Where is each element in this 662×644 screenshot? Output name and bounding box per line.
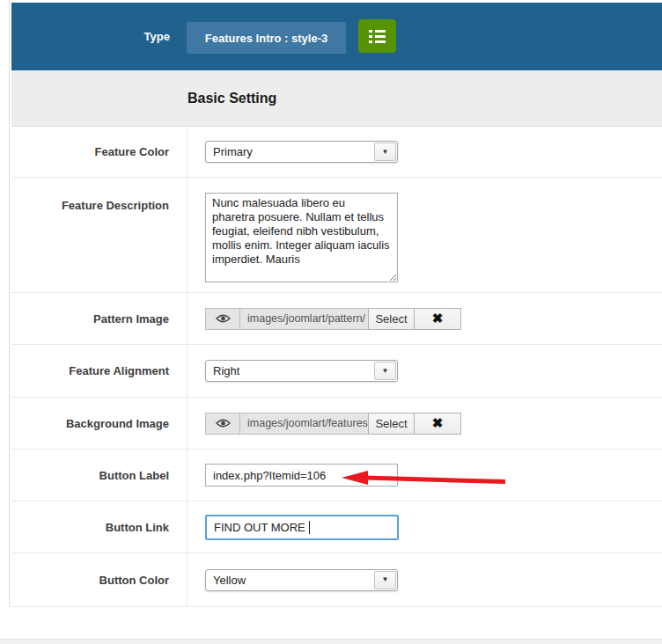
button-color-control-cell: Yellow ▼ (188, 553, 662, 606)
feature-color-label: Feature Color (11, 127, 188, 177)
text-cursor (309, 521, 310, 534)
row-feature-alignment: Feature Alignment Right ▼ (11, 345, 662, 398)
background-image-clear-button[interactable]: ✖ (414, 413, 461, 435)
feature-description-textarea[interactable] (205, 193, 398, 282)
preview-button[interactable] (205, 413, 240, 435)
feature-alignment-control-cell: Right ▼ (188, 345, 662, 397)
close-icon: ✖ (432, 311, 444, 326)
button-color-select[interactable]: Yellow ▼ (205, 569, 398, 591)
button-link-value: FIND OUT MORE (214, 521, 305, 534)
chevron-down-icon: ▼ (374, 143, 396, 161)
feature-alignment-label: Feature Alignment (11, 345, 188, 397)
type-label: Type (11, 3, 170, 70)
preview-button[interactable] (205, 308, 240, 330)
feature-color-control-cell: Primary ▼ (188, 127, 662, 177)
type-value-button[interactable]: Features Intro : style-3 (187, 22, 346, 54)
pattern-image-select-button[interactable]: Select (368, 308, 415, 330)
feature-color-select[interactable]: Primary ▼ (205, 141, 398, 163)
row-background-image: Background Image images/joomlart/feature… (11, 398, 662, 450)
pattern-image-path[interactable]: images/joomlart/pattern/ (239, 308, 369, 330)
chevron-down-icon: ▼ (374, 571, 396, 589)
pattern-image-control-cell: images/joomlart/pattern/ Select ✖ (188, 293, 662, 344)
pattern-image-clear-button[interactable]: ✖ (414, 308, 461, 330)
type-header-bar: Type Features Intro : style-3 (11, 3, 662, 70)
caret-glyph: ▼ (382, 576, 389, 583)
module-settings-panel: Type Features Intro : style-3 Basic Sett… (0, 0, 662, 644)
module-list-button[interactable] (358, 19, 396, 53)
basic-setting-section-header: Basic Setting (11, 70, 662, 127)
pattern-image-media-field: images/joomlart/pattern/ Select ✖ (205, 308, 461, 330)
background-image-control-cell: images/joomlart/features Select ✖ (188, 398, 662, 449)
row-feature-description: Feature Description (11, 178, 662, 293)
button-link-label: Button Link (11, 501, 188, 553)
button-link-input[interactable]: FIND OUT MORE (205, 515, 399, 540)
feature-description-control-cell (188, 178, 662, 292)
feature-color-selected-value: Primary (206, 145, 373, 158)
feature-description-label: Feature Description (11, 178, 188, 292)
eye-icon (216, 313, 231, 324)
row-button-label: Button Label index.php?Itemid=106 (11, 450, 662, 501)
left-edge-divider (9, 0, 10, 607)
chevron-down-icon: ▼ (374, 362, 396, 380)
feature-alignment-select[interactable]: Right ▼ (205, 360, 398, 382)
button-link-control-cell: FIND OUT MORE (188, 501, 662, 553)
feature-alignment-selected-value: Right (206, 364, 373, 377)
settings-form: Feature Color Primary ▼ Feature Descript… (11, 127, 662, 607)
button-color-selected-value: Yellow (206, 574, 373, 587)
row-pattern-image: Pattern Image images/joomlart/pattern/ S… (11, 293, 662, 345)
caret-glyph: ▼ (382, 149, 389, 156)
row-button-color: Button Color Yellow ▼ (11, 553, 662, 607)
button-label-control-cell: index.php?Itemid=106 (188, 450, 662, 501)
row-feature-color: Feature Color Primary ▼ (11, 127, 662, 178)
button-color-label: Button Color (11, 553, 188, 606)
pattern-image-label: Pattern Image (11, 293, 188, 344)
list-icon (369, 30, 386, 43)
button-label-input[interactable]: index.php?Itemid=106 (205, 464, 398, 487)
eye-icon (216, 418, 231, 428)
background-image-media-field: images/joomlart/features Select ✖ (205, 413, 461, 435)
background-image-select-button[interactable]: Select (368, 413, 415, 435)
row-button-link: Button Link FIND OUT MORE (11, 501, 662, 553)
close-icon: ✖ (432, 415, 444, 431)
background-image-label: Background Image (11, 398, 188, 449)
caret-glyph: ▼ (382, 368, 389, 375)
button-label-value: index.php?Itemid=106 (213, 469, 326, 482)
background-image-path[interactable]: images/joomlart/features (239, 413, 369, 435)
section-title: Basic Setting (11, 91, 276, 106)
button-label-label: Button Label (11, 450, 188, 501)
bottom-footer-strip (0, 639, 662, 644)
